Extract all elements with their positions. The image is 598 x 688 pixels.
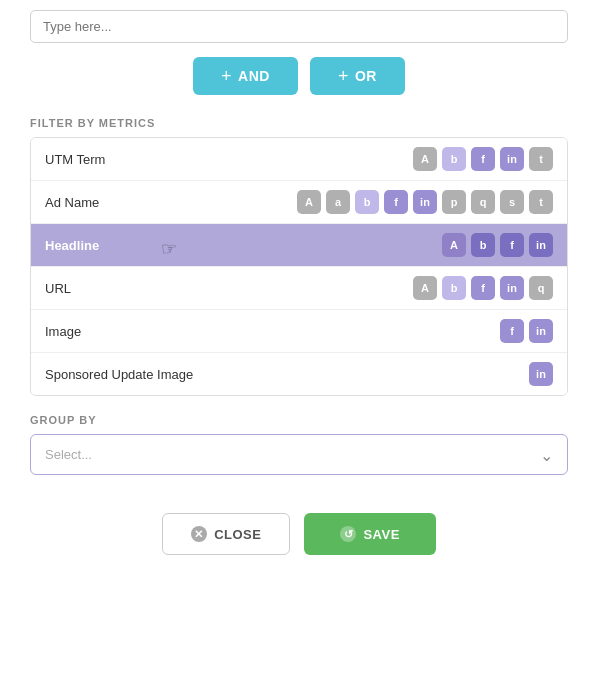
save-label: SAVE — [363, 527, 399, 542]
sponsored-update-image-label: Sponsored Update Image — [45, 367, 193, 382]
tw-icon: t — [529, 147, 553, 171]
utm-term-label: UTM Term — [45, 152, 105, 167]
ad-name-label: Ad Name — [45, 195, 99, 210]
filter-input[interactable] — [30, 10, 568, 43]
metrics-row-ad-name[interactable]: Ad Name A a b f in p q s t — [31, 181, 567, 224]
li-icon: in — [529, 319, 553, 343]
metrics-row-url[interactable]: URL A b f in q — [31, 267, 567, 310]
fb-icon: f — [384, 190, 408, 214]
metrics-row-sponsored-update-image[interactable]: Sponsored Update Image in — [31, 353, 567, 395]
group-by-section-label: GROUP BY — [30, 414, 568, 426]
amazon-icon: a — [326, 190, 350, 214]
fb-icon: f — [500, 233, 524, 257]
li-icon: in — [529, 233, 553, 257]
footer-buttons: ✕ CLOSE ↺ SAVE — [30, 503, 568, 565]
metrics-table: UTM Term A b f in t Ad Name A a b f in p… — [30, 137, 568, 396]
close-button[interactable]: ✕ CLOSE — [162, 513, 290, 555]
image-platforms: f in — [500, 319, 553, 343]
quora-icon: q — [529, 276, 553, 300]
or-button[interactable]: + OR — [310, 57, 405, 95]
image-label: Image — [45, 324, 81, 339]
metrics-row-utm-term[interactable]: UTM Term A b f in t — [31, 138, 567, 181]
apple-icon: A — [413, 147, 437, 171]
bing-icon: b — [471, 233, 495, 257]
group-by-select-wrapper: Select... Option 1 Option 2 ⌄ — [30, 434, 568, 475]
save-button[interactable]: ↺ SAVE — [304, 513, 435, 555]
save-circle-icon: ↺ — [340, 526, 356, 542]
url-label: URL — [45, 281, 71, 296]
apple-icon: A — [442, 233, 466, 257]
apple-icon: A — [413, 276, 437, 300]
filter-section-label: FILTER BY METRICS — [30, 117, 568, 129]
sponsored-update-image-platforms: in — [529, 362, 553, 386]
utm-term-platforms: A b f in t — [413, 147, 553, 171]
li-icon: in — [529, 362, 553, 386]
tw-icon: t — [529, 190, 553, 214]
li-icon: in — [500, 147, 524, 171]
fb-icon: f — [500, 319, 524, 343]
and-label: AND — [238, 68, 270, 84]
headline-label: Headline — [45, 238, 99, 253]
main-container: + AND + OR FILTER BY METRICS UTM Term A … — [0, 0, 598, 688]
spotify-icon: s — [500, 190, 524, 214]
close-x-icon: ✕ — [191, 526, 207, 542]
fb-icon: f — [471, 276, 495, 300]
plus-icon-or: + — [338, 67, 349, 85]
pinterest-icon: p — [442, 190, 466, 214]
cursor-hand: ☞ — [161, 238, 177, 260]
headline-platforms: A b f in — [442, 233, 553, 257]
ad-name-platforms: A a b f in p q s t — [297, 190, 553, 214]
bing-icon: b — [355, 190, 379, 214]
url-platforms: A b f in q — [413, 276, 553, 300]
metrics-row-headline[interactable]: Headline A b f in ☞ — [31, 224, 567, 267]
and-button[interactable]: + AND — [193, 57, 298, 95]
quora-icon: q — [471, 190, 495, 214]
fb-icon: f — [471, 147, 495, 171]
plus-icon-and: + — [221, 67, 232, 85]
or-label: OR — [355, 68, 377, 84]
bing-icon: b — [442, 147, 466, 171]
bing-icon: b — [442, 276, 466, 300]
close-label: CLOSE — [214, 527, 261, 542]
group-by-select[interactable]: Select... Option 1 Option 2 — [31, 435, 567, 474]
metrics-row-image[interactable]: Image f in — [31, 310, 567, 353]
apple-icon: A — [297, 190, 321, 214]
li-icon: in — [413, 190, 437, 214]
li-icon: in — [500, 276, 524, 300]
and-or-row: + AND + OR — [30, 57, 568, 95]
top-input-row — [30, 0, 568, 57]
